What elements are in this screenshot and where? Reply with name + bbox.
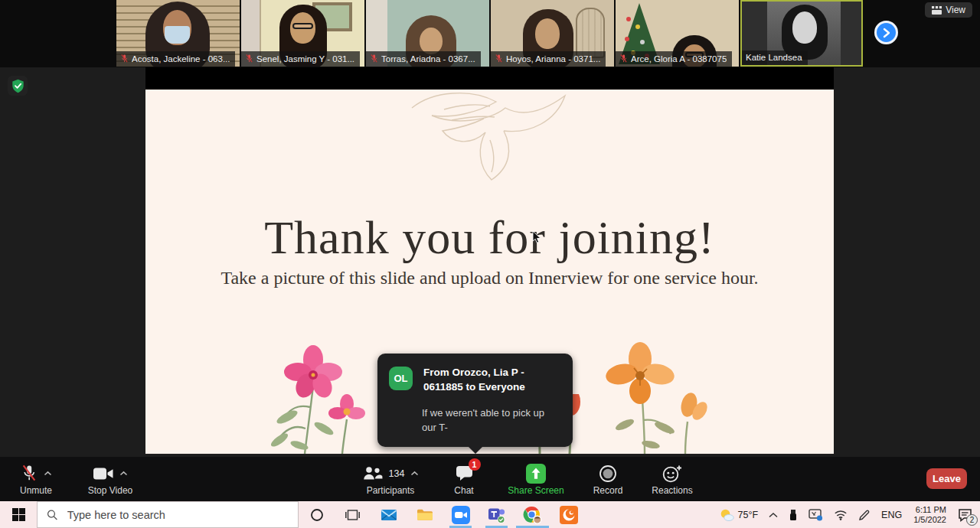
participant-name-bar: Arce, Gloria A - 0387075 xyxy=(616,51,732,67)
participant-silhouette xyxy=(420,28,443,54)
weather-temp: 75°F xyxy=(738,510,759,520)
participant-name: Torras, Ariadna - 0367... xyxy=(381,54,475,64)
glasses xyxy=(292,23,313,29)
participant-name-bar: Acosta, Jackeline - 063... xyxy=(116,51,235,67)
chrome-app-button[interactable] xyxy=(514,501,550,528)
participant-name: Senel, Jasming Y - 031... xyxy=(256,54,354,64)
mouse-cursor xyxy=(532,230,542,244)
participants-label: Participants xyxy=(367,485,415,496)
search-input[interactable] xyxy=(66,508,289,522)
chat-button[interactable]: 1 Chat xyxy=(439,457,488,501)
participants-button[interactable]: 134 Participants xyxy=(351,457,430,501)
slide-subtitle: Take a picture of this slide and upload … xyxy=(145,268,834,288)
mail-icon xyxy=(381,508,397,522)
display-icon xyxy=(808,508,823,521)
system-tray: 75°F ENG 6:11 PM 1/5/2022 2 xyxy=(714,501,980,528)
video-tile-senel[interactable]: Senel, Jasming Y - 031... xyxy=(241,0,364,67)
wifi-icon xyxy=(834,510,848,520)
crunchyroll-app-button[interactable] xyxy=(550,501,586,528)
language-label: ENG xyxy=(881,510,902,520)
folder-icon xyxy=(416,508,433,522)
video-tiles: Acosta, Jackeline - 063... Senel, Jasmin… xyxy=(116,0,863,67)
task-view-button[interactable] xyxy=(335,501,371,528)
video-tile-katie-active-speaker[interactable]: Katie Landsea xyxy=(740,0,863,67)
participant-name: Arce, Gloria A - 0387075 xyxy=(631,54,727,64)
sketched-flower-decor xyxy=(398,90,582,186)
video-tile-acosta[interactable]: Acosta, Jackeline - 063... xyxy=(116,0,240,67)
video-tile-arce[interactable]: Arce, Gloria A - 0387075 xyxy=(616,0,739,67)
video-tile-hoyos[interactable]: Hoyos, Arianna - 0371... xyxy=(491,0,614,67)
stop-video-button[interactable]: Stop Video xyxy=(70,457,150,501)
usb-icon xyxy=(789,509,798,521)
pink-flowers-decor xyxy=(264,338,396,454)
unmute-label: Unmute xyxy=(20,485,52,496)
muted-mic-icon xyxy=(120,54,129,64)
windows-taskbar: 75°F ENG 6:11 PM 1/5/2022 2 xyxy=(0,501,980,528)
weather-sun-icon xyxy=(719,508,734,522)
chevron-up-icon[interactable] xyxy=(410,471,419,476)
teams-app-button[interactable] xyxy=(479,501,514,528)
slide-title: Thank you for joining! xyxy=(145,210,834,265)
chat-notification-popup[interactable]: OL From Orozco, Lia P - 0611885 to Every… xyxy=(377,354,573,447)
leave-meeting-button[interactable]: Leave xyxy=(926,468,967,489)
share-screen-icon xyxy=(526,464,546,484)
taskbar-clock[interactable]: 6:11 PM 1/5/2022 xyxy=(907,505,952,525)
share-screen-label: Share Screen xyxy=(508,485,564,496)
windows-logo-icon xyxy=(12,508,25,521)
participant-silhouette xyxy=(535,18,560,49)
participant-name: Katie Landsea xyxy=(746,53,802,62)
gallery-grid-icon xyxy=(932,6,942,15)
record-button[interactable]: Record xyxy=(583,457,632,501)
chat-sender-avatar: OL xyxy=(389,367,413,390)
display-settings-tray-icon[interactable] xyxy=(803,501,828,528)
cortana-icon xyxy=(310,508,324,522)
taskbar-search[interactable] xyxy=(37,501,299,528)
cortana-button[interactable] xyxy=(299,501,335,528)
wifi-tray-icon[interactable] xyxy=(828,501,853,528)
chevron-up-icon xyxy=(769,512,778,518)
language-indicator[interactable]: ENG xyxy=(876,501,907,528)
video-camera-icon xyxy=(93,467,113,481)
letterbox-strip xyxy=(145,67,834,90)
time-label: 6:11 PM xyxy=(916,505,946,515)
notification-count-badge: 2 xyxy=(966,514,978,526)
chevron-up-icon[interactable] xyxy=(44,471,52,476)
muted-mic-icon xyxy=(619,54,628,64)
reactions-button[interactable]: Reactions xyxy=(642,457,703,501)
chat-unread-badge: 1 xyxy=(469,458,481,471)
video-gallery-strip: Acosta, Jackeline - 063... Senel, Jasmin… xyxy=(0,0,980,67)
participant-silhouette xyxy=(792,11,817,44)
search-icon xyxy=(47,509,58,521)
next-participants-page-button[interactable] xyxy=(874,21,898,44)
view-button[interactable]: View xyxy=(925,2,972,18)
weather-widget[interactable]: 75°F xyxy=(714,501,764,528)
zoom-meeting-toolbar: Unmute Stop Video 134 Participants 1 Cha… xyxy=(0,457,980,501)
participant-name: Hoyos, Arianna - 0371... xyxy=(506,54,600,64)
usb-device-tray-icon[interactable] xyxy=(783,501,803,528)
pen-tray-icon[interactable] xyxy=(853,501,876,528)
share-screen-button[interactable]: Share Screen xyxy=(498,457,574,501)
video-tile-torras[interactable]: Torras, Ariadna - 0367... xyxy=(366,0,489,67)
muted-mic-icon xyxy=(495,54,503,64)
show-hidden-icons-button[interactable] xyxy=(763,501,783,528)
participant-name-bar: Katie Landsea xyxy=(742,51,808,65)
pen-icon xyxy=(858,509,871,521)
shared-screen-area: Thank you for joining! Take a picture of… xyxy=(0,67,980,457)
chevron-up-icon[interactable] xyxy=(119,471,128,476)
participant-name: Acosta, Jackeline - 063... xyxy=(132,54,230,64)
muted-mic-icon xyxy=(370,54,378,64)
view-button-label: View xyxy=(946,5,965,15)
file-explorer-button[interactable] xyxy=(407,501,443,528)
record-icon xyxy=(599,464,617,483)
unmute-button[interactable]: Unmute xyxy=(8,457,64,501)
action-center-button[interactable]: 2 xyxy=(952,501,978,528)
mail-app-button[interactable] xyxy=(371,501,407,528)
chat-label: Chat xyxy=(454,485,473,496)
start-button[interactable] xyxy=(0,501,37,528)
zoom-app-icon xyxy=(452,506,470,524)
crunchyroll-icon xyxy=(560,506,578,524)
meeting-security-shield[interactable] xyxy=(8,76,28,96)
record-label: Record xyxy=(593,485,623,496)
zoom-app-button[interactable] xyxy=(443,501,479,528)
muted-mic-icon xyxy=(245,54,253,64)
